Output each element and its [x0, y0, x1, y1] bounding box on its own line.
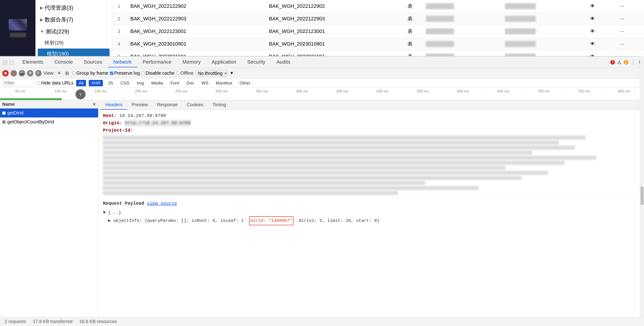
filter-img-button[interactable]: Img: [134, 80, 146, 86]
disable-cache-input[interactable]: [142, 72, 145, 75]
table-cell: BAK_WGH_2022123001: [126, 25, 264, 38]
blurred-header-line: [103, 166, 506, 170]
requests-panel: Name ✕ getDirId getObjectCountByDirId: [0, 100, 98, 326]
group-by-frame-checkbox[interactable]: Group by frame: [72, 71, 108, 76]
tab-security[interactable]: Security: [242, 57, 271, 67]
close-detail-button[interactable]: ✕: [92, 102, 96, 107]
throttle-select[interactable]: No throttling: [195, 70, 228, 77]
table-cell: __________: [421, 50, 500, 56]
timeline-progress-bar: [0, 98, 62, 100]
filter-media-button[interactable]: Media: [149, 80, 165, 86]
action-dots[interactable]: ···: [616, 25, 644, 38]
view-source-link[interactable]: view source: [147, 200, 177, 207]
host-value: 10.24.207.50:8700: [120, 113, 166, 118]
detail-tab-cookies[interactable]: Cookies: [182, 100, 208, 110]
view-list-button[interactable]: ≡: [56, 70, 62, 76]
table-cell: __________: [421, 0, 500, 13]
devtools-controls-bar: 🚫 📷 ⚑ 🔍 View: ≡ ⊟ Group by frame Preserv…: [0, 68, 644, 79]
tab-sources[interactable]: Sources: [78, 57, 108, 67]
filter-xhr-button[interactable]: XHR: [89, 80, 103, 86]
tick: 450 ms: [322, 89, 362, 93]
sidebar-item-db[interactable]: ▶ 数据合库(7): [36, 14, 112, 26]
record-button[interactable]: [2, 70, 9, 77]
filter-font-button[interactable]: Font: [168, 80, 181, 86]
table-row: 4 BAK_WGH_2023010901 BAK_WGH_2023010901 …: [112, 38, 644, 50]
sidebar-sub-mapping[interactable]: 映射(29): [36, 38, 112, 48]
hide-data-urls-checkbox[interactable]: Hide data URLs: [37, 80, 74, 86]
table-cell: __________: [421, 38, 500, 50]
filter-css-button[interactable]: CSS: [118, 80, 132, 86]
more-options-icon[interactable]: ⋮: [631, 59, 636, 65]
tick: 550 ms: [402, 89, 443, 93]
action-icon[interactable]: 👁: [586, 0, 616, 13]
clear-button[interactable]: 🚫: [10, 70, 17, 77]
request-name: getObjectCountByDirId: [7, 119, 96, 125]
device-icon[interactable]: ⬚: [10, 60, 14, 65]
tab-application[interactable]: Application: [206, 57, 242, 67]
chevron-left-icon: [79, 93, 82, 96]
action-dots[interactable]: ···: [616, 50, 644, 56]
action-icon[interactable]: 👁: [586, 38, 616, 50]
filter-js-button[interactable]: JS: [106, 80, 115, 86]
camera-button[interactable]: 📷: [19, 70, 25, 77]
offline-checkbox[interactable]: Offline: [176, 71, 194, 76]
request-item-getdirid[interactable]: getDirId: [0, 109, 98, 117]
row-number: 4: [112, 38, 126, 50]
preserve-log-checkbox[interactable]: Preserve log: [110, 71, 140, 76]
sidebar-item-proxy[interactable]: ▶ 代理资源(3): [36, 2, 112, 14]
detail-tab-preview[interactable]: Preview: [127, 100, 152, 110]
sidebar-item-test[interactable]: ▼ 测试(229): [36, 26, 112, 38]
filter-other-button[interactable]: Other: [237, 80, 253, 86]
tick: 200 ms: [121, 89, 161, 93]
filter-input[interactable]: [2, 80, 34, 87]
devtools-body: Name ✕ getDirId getObjectCountByDirId He…: [0, 100, 644, 326]
table-cell: 表: [403, 38, 421, 50]
request-type-icon: [2, 120, 6, 124]
inspect-icon[interactable]: ⬜: [2, 60, 8, 65]
hide-data-urls-input[interactable]: [37, 82, 40, 85]
resource-size: 16.6 KB resources: [79, 319, 117, 324]
right-scrollbar[interactable]: [640, 56, 644, 317]
request-item-getobjectcount[interactable]: getObjectCountByDirId: [0, 117, 98, 126]
filter-button[interactable]: ⚑: [27, 70, 34, 77]
view-grid-button[interactable]: ⊟: [64, 70, 70, 77]
preserve-log-input[interactable]: [110, 72, 113, 75]
tab-network[interactable]: Network: [108, 57, 137, 67]
origin-field: Origin: http://10.24.207.50:8700: [103, 120, 640, 127]
detail-tab-timing[interactable]: Timing: [208, 100, 230, 110]
group-by-frame-input[interactable]: [72, 72, 76, 75]
timeline-ticks: 50 ms 100 ms 150 ms 200 ms 250 ms 300 ms…: [0, 89, 644, 93]
detail-tab-response[interactable]: Response: [152, 100, 182, 110]
search-button[interactable]: 🔍: [35, 70, 42, 77]
expand-icon: ▶: [40, 5, 43, 10]
tab-audits[interactable]: Audits: [271, 57, 296, 67]
scrollbar-thumb[interactable]: [640, 187, 644, 205]
tab-performance[interactable]: Performance: [137, 57, 177, 67]
action-dots[interactable]: ···: [616, 38, 644, 50]
action-icon[interactable]: 👁: [586, 13, 616, 25]
action-dots[interactable]: ···: [616, 13, 644, 25]
view-label: View:: [44, 71, 55, 76]
row-number: 2: [112, 13, 126, 25]
filter-doc-button[interactable]: Doc: [184, 80, 196, 86]
filter-ws-button[interactable]: WS: [199, 80, 211, 86]
detail-tab-bar: Headers Preview Response Cookies Timing: [98, 100, 644, 110]
action-dots[interactable]: ···: [616, 0, 644, 13]
disable-cache-checkbox[interactable]: Disable cache: [142, 71, 174, 76]
action-icon[interactable]: 👁: [586, 50, 616, 56]
filter-manifest-button[interactable]: Manifest: [214, 80, 235, 86]
sidebar-item-label: 代理资源(3): [44, 4, 73, 12]
table-cell: 表: [403, 13, 421, 25]
filter-all-button[interactable]: All: [76, 80, 86, 86]
tab-console[interactable]: Console: [49, 57, 78, 67]
offline-input[interactable]: [176, 72, 180, 75]
tab-memory[interactable]: Memory: [177, 57, 206, 67]
tick: 800 ms: [604, 89, 644, 93]
tick: 300 ms: [201, 89, 242, 93]
collapse-panel-button[interactable]: [76, 89, 86, 99]
project-id-field: Project-Id:: [103, 127, 640, 134]
throttle-info-icon[interactable]: ▼: [230, 71, 234, 76]
detail-tab-headers[interactable]: Headers: [100, 100, 127, 110]
action-icon[interactable]: 👁: [586, 25, 616, 38]
tab-elements[interactable]: Elements: [17, 57, 49, 67]
